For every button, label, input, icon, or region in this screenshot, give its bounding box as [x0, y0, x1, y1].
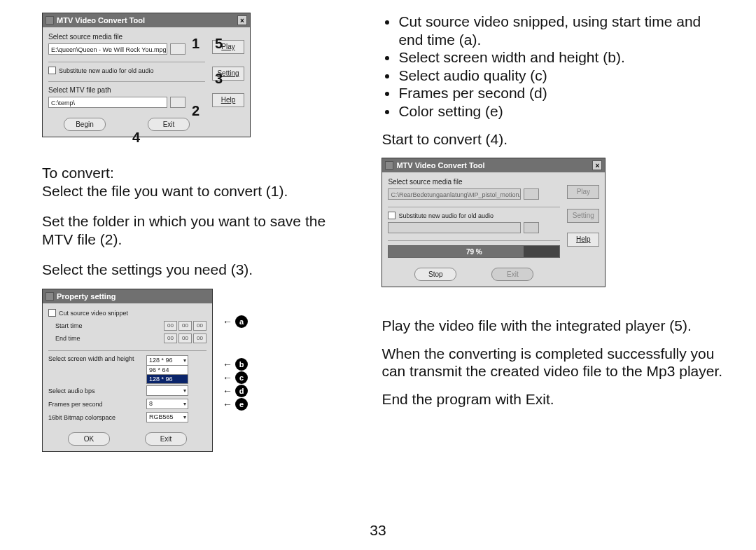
- colorspace-select[interactable]: RGB565: [146, 412, 188, 422]
- wh-option-selected[interactable]: 128 * 96: [146, 374, 188, 384]
- browse-audio-button: [524, 222, 539, 233]
- label-source: Select source media file: [388, 178, 560, 186]
- end-time-label: End time: [48, 335, 118, 342]
- browse-source-button[interactable]: [170, 43, 186, 55]
- circle-c: c: [235, 371, 248, 384]
- text-start-convert: Start to convert (4).: [382, 130, 728, 149]
- browse-path-button[interactable]: [170, 97, 186, 108]
- bullet-a: Cut source video snipped, using start ti…: [398, 13, 728, 48]
- text-select-file: Select the file you want to convert (1).: [42, 182, 340, 200]
- label-source: Select source media file: [48, 33, 205, 41]
- cut-snippet-label: Cut source video snippet: [59, 310, 128, 317]
- start-time-spinner[interactable]: 00 00 00: [164, 321, 206, 331]
- wh-label: Select screen width and height: [48, 355, 146, 362]
- window-title: Property setting: [57, 292, 209, 301]
- exit-button[interactable]: Exit: [148, 118, 190, 131]
- end-time-spinner[interactable]: 00 00 00: [164, 334, 206, 343]
- ok-button[interactable]: OK: [68, 432, 110, 446]
- text-select-settings: Select the settings you need (3).: [42, 261, 340, 279]
- bullet-b: Select screen width and height (b).: [398, 48, 728, 67]
- exit-button[interactable]: Exit: [145, 432, 187, 446]
- window-title: MTV Video Convert Tool: [57, 16, 237, 25]
- close-icon[interactable]: ×: [237, 15, 247, 25]
- output-path-input[interactable]: C:\temp\: [48, 97, 167, 108]
- help-button[interactable]: Help: [212, 93, 244, 107]
- text-to-convert: To convert:: [42, 164, 340, 182]
- text-set-folder: Set the folder in which you want to save…: [42, 212, 340, 248]
- titlebar: Property setting: [43, 289, 212, 303]
- begin-button[interactable]: Begin: [64, 118, 106, 131]
- app-icon: [46, 292, 54, 301]
- start-time-label: Start time: [48, 322, 118, 329]
- substitute-audio-checkbox: [388, 212, 396, 219]
- setting-button: Setting: [567, 209, 599, 223]
- bullet-e: Color setting (e): [398, 102, 728, 121]
- substitute-audio-checkbox[interactable]: [48, 67, 56, 74]
- progress-bar: 79 %: [388, 245, 560, 258]
- circle-d: d: [235, 385, 248, 397]
- cut-snippet-checkbox[interactable]: [48, 309, 56, 317]
- bps-label: Select audio bps: [48, 387, 146, 394]
- audio-file-input: [388, 222, 521, 233]
- text-end-program: End the program with Exit.: [382, 390, 728, 408]
- close-icon[interactable]: ×: [592, 160, 602, 170]
- titlebar: MTV Video Convert Tool ×: [43, 13, 250, 27]
- bullet-d: Frames per second (d): [398, 84, 728, 102]
- substitute-audio-label: Substitute new audio for old audio: [398, 212, 493, 219]
- callout-2: 2: [192, 103, 200, 119]
- circle-b: b: [235, 358, 248, 371]
- fps-select[interactable]: 8: [146, 399, 188, 409]
- callout-4: 4: [132, 130, 140, 146]
- wh-select[interactable]: 128 * 96: [146, 355, 188, 366]
- titlebar: MTV Video Convert Tool ×: [382, 158, 605, 172]
- bps-select[interactable]: [146, 385, 188, 396]
- app-icon: [46, 16, 54, 25]
- label-path: Select MTV file path: [48, 86, 205, 94]
- source-file-input[interactable]: E:\queen\Queen - We Will Rock You.mpg: [48, 43, 167, 55]
- callout-3: 3: [215, 71, 223, 87]
- substitute-audio-label: Substitute new audio for old audio: [59, 67, 154, 74]
- callout-1: 1: [192, 36, 200, 52]
- play-button: Play: [567, 185, 599, 199]
- bullet-c: Select audio quality (c): [398, 67, 728, 85]
- text-when-completed: When the converting is completed success…: [382, 345, 728, 380]
- property-setting-window: Property setting Cut source video snippe…: [42, 289, 213, 452]
- text-play-file: Play the video file with the integrated …: [382, 317, 728, 335]
- app-icon: [385, 161, 393, 170]
- fps-label: Frames per second: [48, 401, 146, 408]
- wh-option[interactable]: 96 * 64: [146, 365, 188, 375]
- exit-button: Exit: [491, 268, 533, 281]
- progress-text: 79 %: [388, 248, 559, 256]
- circle-e: e: [235, 398, 248, 411]
- stop-button[interactable]: Stop: [414, 268, 456, 281]
- mtv-main-window: MTV Video Convert Tool × Select source m…: [42, 13, 251, 137]
- browse-source-button: [524, 188, 539, 200]
- help-button[interactable]: Help: [567, 233, 599, 247]
- mtv-progress-window: MTV Video Convert Tool × Select source m…: [382, 158, 606, 287]
- callout-5: 5: [215, 36, 223, 52]
- page-number: 33: [0, 522, 756, 539]
- colorspace-label: 16bit Bitmap colorspace: [48, 414, 146, 421]
- window-title: MTV Video Convert Tool: [396, 161, 592, 170]
- settings-bullet-list: Cut source video snipped, using start ti…: [398, 13, 728, 121]
- source-file-input: C:\RearBedetungaanlatung\MP_pistol_motio…: [388, 188, 521, 200]
- circle-a: a: [235, 315, 248, 328]
